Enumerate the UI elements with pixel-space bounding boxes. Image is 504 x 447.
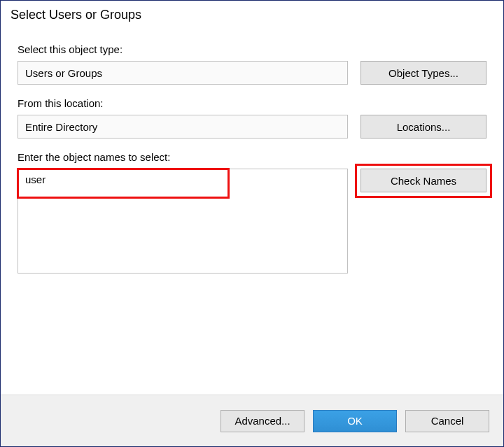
object-names-label: Enter the object names to select: <box>18 151 486 163</box>
object-type-field[interactable]: Users or Groups <box>18 61 348 85</box>
object-types-button[interactable]: Object Types... <box>360 61 486 85</box>
location-label: From this location: <box>18 97 486 109</box>
object-names-textarea-wrap <box>18 169 348 274</box>
object-names-input[interactable] <box>18 169 347 273</box>
locations-button[interactable]: Locations... <box>360 115 486 139</box>
cancel-button[interactable]: Cancel <box>405 410 489 432</box>
check-names-button[interactable]: Check Names <box>360 169 486 192</box>
location-field[interactable]: Entire Directory <box>18 115 348 139</box>
check-names-wrap: Check Names <box>360 169 486 192</box>
advanced-button[interactable]: Advanced... <box>220 410 304 432</box>
dialog-title: Select Users or Groups <box>1 1 503 27</box>
ok-button[interactable]: OK <box>313 410 397 432</box>
dialog-footer: Advanced... OK Cancel <box>1 395 503 446</box>
dialog-content: Select this object type: Users or Groups… <box>1 27 503 395</box>
select-users-dialog: Select Users or Groups Select this objec… <box>0 0 504 447</box>
object-type-label: Select this object type: <box>18 43 486 55</box>
